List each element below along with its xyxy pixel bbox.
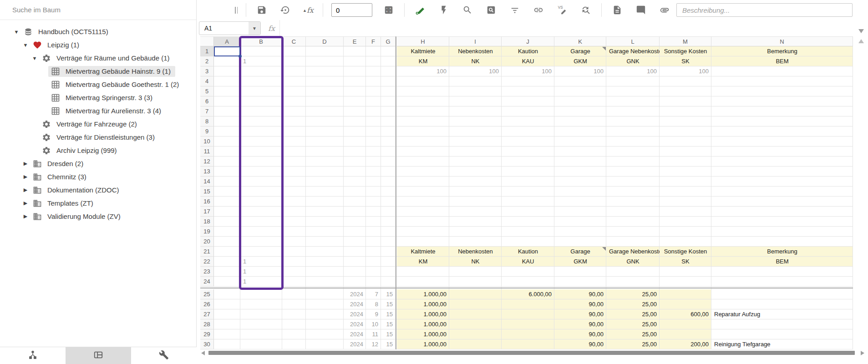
cell-K2[interactable]: GKM (554, 56, 606, 66)
row-header-25[interactable]: 25 (200, 289, 214, 299)
column-header-D[interactable]: D (306, 36, 344, 46)
row-header-30[interactable]: 30 (200, 339, 214, 349)
cell-L30[interactable]: 25,00 (606, 339, 660, 349)
cell-name-box[interactable]: A1 ▼ (199, 21, 261, 35)
row-header-21[interactable]: 21 (200, 247, 214, 257)
cell-I1[interactable]: Nebenkosten (449, 46, 502, 56)
cell-K27[interactable]: 90,00 (554, 309, 606, 319)
tree-item-14[interactable]: ▶Validierung Module (ZV) (0, 210, 196, 223)
cell-J1[interactable]: Kaution (502, 46, 554, 56)
tree-search-input[interactable] (0, 6, 196, 14)
tree-item-11[interactable]: ▶Chemnitz (3) (0, 170, 196, 183)
filter-icon[interactable] (509, 5, 520, 15)
cell-N27[interactable]: Reparatur Aufzug (711, 309, 853, 319)
scroll-right-arrow-icon[interactable] (861, 351, 864, 355)
cell-K21[interactable]: Garage (554, 247, 606, 257)
column-header-C[interactable]: C (282, 36, 306, 46)
expand-arrow-icon[interactable]: ▼ (30, 56, 39, 61)
column-header-K[interactable]: K (554, 36, 606, 46)
cell-E25[interactable]: 2024 (344, 289, 366, 299)
cell-F29[interactable]: 11 (366, 329, 381, 339)
cell-F26[interactable]: 8 (366, 299, 381, 309)
search-icon[interactable] (462, 5, 473, 15)
cell-M21[interactable]: Sonstige Kosten (660, 247, 711, 257)
cell-L2[interactable]: GNK (606, 56, 660, 66)
cell-K1[interactable]: Garage (554, 46, 606, 56)
cell-L28[interactable]: 25,00 (606, 319, 660, 329)
row-header-27[interactable]: 27 (200, 309, 214, 319)
expand-arrow-icon[interactable]: ▼ (21, 42, 30, 48)
formula-input[interactable] (279, 20, 868, 36)
cell-N21[interactable]: Bemerkung (711, 247, 853, 257)
row-header-3[interactable]: 3 (200, 66, 214, 76)
tree-item-6[interactable]: Mietvertrag für Aurelienstr. 3 (4) (0, 104, 196, 117)
row-header-2[interactable]: 2 (200, 56, 214, 66)
tree-item-5[interactable]: Mietvertrag Springerstr. 3 (3) (0, 91, 196, 104)
cell-F28[interactable]: 10 (366, 319, 381, 329)
cell-N1[interactable]: Bemerkung (711, 46, 853, 56)
cell-L1[interactable]: Garage Nebenkosten (606, 46, 660, 56)
cell-L27[interactable]: 25,00 (606, 309, 660, 319)
cell-K28[interactable]: 90,00 (554, 319, 606, 329)
row-header-10[interactable]: 10 (200, 136, 214, 147)
cell-I22[interactable]: NK (449, 257, 502, 267)
cell-H27[interactable]: 1.000,00 (397, 309, 449, 319)
cell-G25[interactable]: 15 (381, 289, 396, 299)
search-in-table-icon[interactable] (486, 5, 497, 15)
flash-icon[interactable] (438, 5, 449, 15)
edit-pen-icon[interactable] (415, 5, 426, 15)
sidebar-tab-hierarchy[interactable] (0, 347, 66, 364)
tree-item-7[interactable]: Verträge für Fahrzeuge (2) (0, 117, 196, 131)
column-header-J[interactable]: J (502, 36, 554, 46)
cell-L26[interactable]: 25,00 (606, 299, 660, 309)
namebox-dropdown-icon[interactable]: ▼ (249, 22, 260, 35)
cell-H30[interactable]: 1.000,00 (397, 339, 449, 349)
column-header-M[interactable]: M (660, 36, 711, 46)
row-header-17[interactable]: 17 (200, 207, 214, 217)
row-header-24[interactable]: 24 (200, 277, 214, 287)
row-header-29[interactable]: 29 (200, 329, 214, 339)
sidebar-tab-table-view[interactable] (66, 347, 131, 364)
cell-E26[interactable]: 2024 (344, 299, 366, 309)
row-header-18[interactable]: 18 (200, 217, 214, 227)
column-header-N[interactable]: N (711, 36, 853, 46)
cell-J2[interactable]: KAU (502, 56, 554, 66)
drag-handle[interactable] (235, 7, 238, 14)
cell-E30[interactable]: 2024 (344, 339, 366, 349)
row-header-12[interactable]: 12 (200, 157, 214, 167)
tree-item-2[interactable]: ▼Verträge für Räume und Gebäude (1) (0, 51, 196, 65)
column-header-L[interactable]: L (606, 36, 660, 46)
selected-cell[interactable] (214, 46, 240, 56)
link-icon[interactable] (533, 5, 544, 15)
row-header-5[interactable]: 5 (200, 86, 214, 96)
sidebar-tab-wrench[interactable] (131, 347, 197, 364)
grid-corner[interactable] (200, 36, 214, 46)
expand-arrow-icon[interactable]: ▼ (12, 29, 21, 35)
tree-item-12[interactable]: ▶Dokumentation (ZDOC) (0, 183, 196, 197)
cell-H2[interactable]: KM (397, 56, 449, 66)
row-header-7[interactable]: 7 (200, 106, 214, 116)
row-header-15[interactable]: 15 (200, 187, 214, 197)
cell-G30[interactable]: 15 (381, 339, 396, 349)
cell-K30[interactable]: 90,00 (554, 339, 606, 349)
cell-N2[interactable]: BEM (711, 56, 853, 66)
tree-item-3[interactable]: Mietvertrag Gebäude Hainstr. 9 (1) (0, 65, 196, 78)
cell-L3[interactable]: 100 (606, 66, 660, 76)
cell-H26[interactable]: 1.000,00 (397, 299, 449, 309)
cell-H3[interactable]: 100 (397, 66, 449, 76)
row-header-11[interactable]: 11 (200, 147, 214, 157)
row-header-22[interactable]: 22 (200, 257, 214, 267)
tree-item-1[interactable]: ▼Leipzig (1) (0, 38, 196, 51)
cell-L29[interactable]: 25,00 (606, 329, 660, 339)
tree-item-4[interactable]: Mietvertrag Gebäude Goethestr. 1 (2) (0, 78, 196, 91)
row-header-23[interactable]: 23 (200, 267, 214, 277)
column-header-E[interactable]: E (344, 36, 366, 46)
calculator-icon[interactable]: −×+= (383, 5, 394, 15)
cell-M1[interactable]: Sonstige Kosten (660, 46, 711, 56)
cell-F27[interactable]: 9 (366, 309, 381, 319)
column-header-A[interactable]: A (214, 36, 240, 46)
document-icon[interactable] (612, 5, 623, 15)
row-header-19[interactable]: 19 (200, 227, 214, 237)
cell-K22[interactable]: GKM (554, 257, 606, 267)
cell-F30[interactable]: 12 (366, 339, 381, 349)
